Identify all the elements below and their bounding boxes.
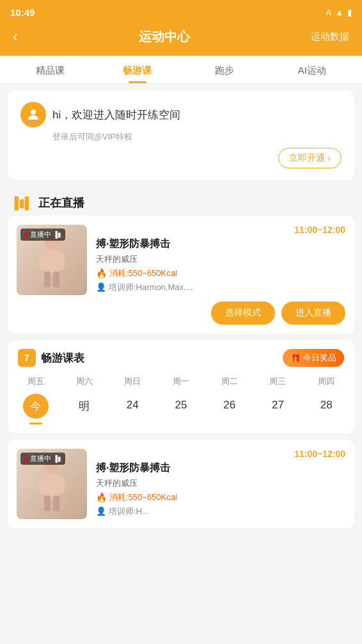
live-trainer: 👤 培训师:Harmon,Max,... (96, 282, 345, 293)
schedule-header-left: 7 畅游课表 (18, 349, 84, 367)
live-badge-2: 直播中 ▐▮ (20, 453, 65, 465)
day-header-0: 周五 (13, 374, 59, 389)
live-badge: 直播中 ▐▮ (20, 229, 65, 241)
schedule-title: 畅游课表 (41, 351, 84, 366)
day-4[interactable]: 26 (207, 394, 253, 424)
live-info-2: 11:00~12:00 搏·塑形防暴搏击 天秤的威压 🔥 消耗:550~650K… (96, 449, 345, 519)
live-section-title: 正在直播 (38, 195, 84, 211)
day-header-1: 周六 (61, 374, 107, 389)
enter-live-button[interactable]: 进入直播 (281, 302, 345, 325)
battery-icon: ▮ (347, 8, 352, 17)
day-3[interactable]: 25 (158, 394, 204, 424)
live-thumbnail: 直播中 ▐▮ (17, 225, 87, 295)
svg-rect-12 (53, 495, 59, 511)
welcome-subtext: 登录后可同步VIP特权 (20, 131, 342, 143)
svg-point-0 (31, 109, 36, 115)
day-6[interactable]: 28 (303, 394, 349, 424)
day-0-wrapper: 今 (13, 394, 59, 424)
live-actions: 选择模式 进入直播 (17, 302, 345, 325)
live-card-2-inner: 直播中 ▐▮ 11:00~12:00 搏·塑形防暴搏击 天秤的威压 🔥 消耗:5… (17, 449, 345, 519)
live-section-header: ▐▮▌ 正在直播 (0, 186, 362, 216)
svg-rect-5 (44, 271, 51, 287)
tab-jingpin[interactable]: 精品课 (6, 56, 94, 83)
tab-ai[interactable]: AI运动 (269, 56, 356, 83)
header: ‹ 运动中心 运动数据 (0, 23, 362, 56)
welcome-greeting: hi，欢迎进入随时开练空间 (52, 108, 180, 122)
day-header-2: 周日 (109, 374, 155, 389)
day-header-6: 周四 (303, 374, 349, 389)
day-header-5: 周三 (255, 374, 301, 389)
live-title-2: 搏·塑形防暴搏击 (96, 462, 345, 475)
fire-icon-2: 🔥 (96, 492, 107, 503)
back-button[interactable]: ‹ (13, 29, 17, 45)
welcome-banner: hi，欢迎进入随时开练空间 登录后可同步VIP特权 立即开通 › (8, 90, 354, 180)
vip-open-button[interactable]: 立即开通 › (278, 148, 342, 168)
sport-data-link[interactable]: 运动数据 (311, 31, 349, 43)
svg-rect-10 (58, 478, 65, 494)
tab-changyou[interactable]: 畅游课 (94, 56, 182, 83)
calendar-badge: 7 (18, 349, 36, 367)
status-icons: A ▲ ▮ (326, 8, 352, 17)
schedule-section: 7 畅游课表 🎁 今日奖品 周五 周六 周日 周一 周二 周三 周四 今 明 2… (8, 340, 354, 433)
live-subtitle: 天秤的威压 (96, 254, 345, 265)
live-dot-2 (24, 457, 28, 461)
live-thumbnail-2: 直播中 ▐▮ (17, 449, 87, 519)
live-calories: 🔥 消耗:550~650Kcal (96, 268, 345, 279)
trainer-icon-2: 👤 (96, 506, 106, 516)
day-today[interactable]: 今 (23, 394, 49, 419)
live-dot (24, 233, 28, 237)
svg-rect-8 (44, 474, 59, 497)
svg-rect-3 (39, 254, 45, 270)
tab-bar: 精品课 畅游课 跑步 AI运动 (0, 56, 362, 84)
live-card-inner: 直播中 ▐▮ 11:00~12:00 搏·塑形防暴搏击 天秤的威压 🔥 消耗:5… (17, 225, 345, 295)
day-header-3: 周一 (158, 374, 204, 389)
header-title: 运动中心 (139, 28, 190, 45)
live-title: 搏·塑形防暴搏击 (96, 237, 345, 251)
a-icon: A (326, 8, 331, 17)
tab-paobu[interactable]: 跑步 (181, 56, 269, 83)
svg-rect-4 (58, 254, 65, 270)
live-subtitle-2: 天秤的威压 (96, 478, 345, 489)
live-trainer-2: 👤 培训师:H... (96, 506, 345, 517)
schedule-header: 7 畅游课表 🎁 今日奖品 (8, 340, 354, 372)
avatar (20, 102, 46, 127)
live-calories-2: 🔥 消耗:550~650Kcal (96, 492, 345, 503)
day-2[interactable]: 24 (109, 394, 155, 424)
day-headers: 周五 周六 周日 周一 周二 周三 周四 (8, 372, 354, 394)
live-time-2: 11:00~12:00 (96, 449, 345, 459)
today-reward-button[interactable]: 🎁 今日奖品 (283, 349, 344, 367)
live-card: 直播中 ▐▮ 11:00~12:00 搏·塑形防暴搏击 天秤的威压 🔥 消耗:5… (8, 216, 354, 334)
day-1[interactable]: 明 (61, 394, 107, 424)
welcome-top: hi，欢迎进入随时开练空间 (20, 102, 342, 127)
live-bars-icon: ▐▮▌ (10, 196, 33, 210)
wifi-icon: ▲ (335, 8, 343, 17)
day-header-4: 周二 (207, 374, 253, 389)
day-5[interactable]: 27 (255, 394, 301, 424)
live-info: 11:00~12:00 搏·塑形防暴搏击 天秤的威压 🔥 消耗:550~650K… (96, 225, 345, 295)
status-bar: 10:49 A ▲ ▮ (0, 0, 362, 23)
fire-icon: 🔥 (96, 268, 107, 278)
live-card-2: 直播中 ▐▮ 11:00~12:00 搏·塑形防暴搏击 天秤的威压 🔥 消耗:5… (8, 440, 354, 528)
svg-rect-6 (53, 271, 59, 287)
svg-rect-11 (44, 495, 51, 511)
status-time: 10:49 (10, 7, 35, 18)
today-indicator (29, 423, 42, 424)
svg-rect-9 (39, 478, 45, 494)
day-numbers: 今 明 24 25 26 27 28 (8, 394, 354, 433)
choose-mode-button[interactable]: 选择模式 (211, 302, 275, 325)
live-time: 11:00~12:00 (96, 225, 345, 235)
svg-rect-2 (44, 250, 59, 273)
trainer-icon: 👤 (96, 282, 106, 292)
